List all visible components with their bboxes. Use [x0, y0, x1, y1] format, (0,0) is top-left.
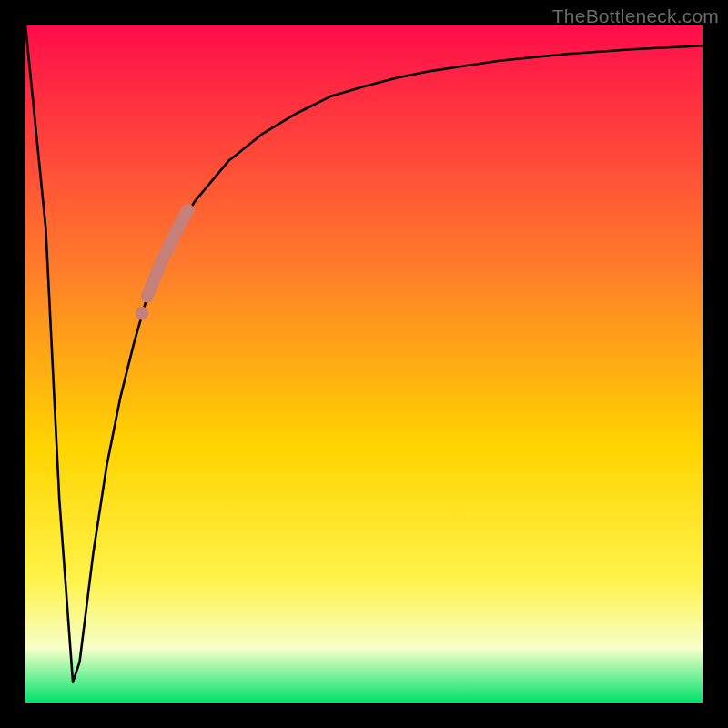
plot-area: [25, 25, 703, 703]
credit-text: TheBottleneck.com: [552, 5, 719, 27]
curve-layer: [25, 25, 703, 703]
highlight-dot: [136, 307, 149, 320]
stage: TheBottleneck.com: [0, 0, 728, 728]
highlight-segment: [147, 210, 188, 296]
bottleneck-curve: [25, 25, 703, 682]
